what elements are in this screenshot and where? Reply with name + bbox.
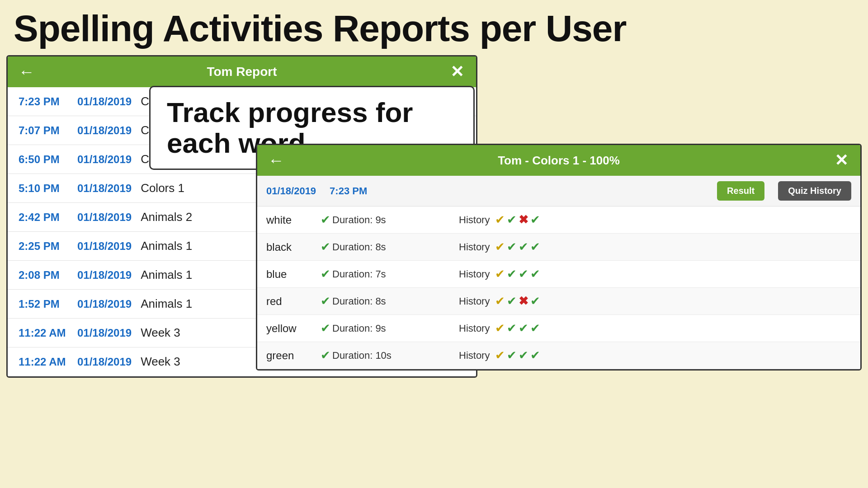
report-quiz-name: Colors 1	[141, 181, 184, 195]
word-correct-icon: ✔	[321, 348, 330, 362]
word-row: blue ✔ Duration: 7s History ✔✔✔✔	[257, 261, 860, 288]
history-icons: ✔✔✔✔	[495, 348, 540, 362]
word-row: green ✔ Duration: 10s History ✔✔✔✔	[257, 342, 860, 369]
history-gold-check-icon: ✔	[495, 267, 505, 281]
word-detail-title: Tom - Colors 1 - 100%	[287, 154, 830, 168]
word-duration: Duration: 8s	[332, 241, 423, 253]
report-time: 2:08 PM	[19, 269, 68, 282]
word-detail-back-button[interactable]: ←	[265, 150, 287, 171]
back-arrow-icon-2: ←	[268, 151, 284, 170]
report-time: 6:50 PM	[19, 153, 68, 166]
history-icons: ✔✔✔✔	[495, 267, 540, 281]
report-time: 2:42 PM	[19, 211, 68, 224]
report-date: 01/18/2019	[77, 240, 132, 253]
history-label: History	[459, 296, 495, 307]
word-row: red ✔ Duration: 8s History ✔✔✖✔	[257, 288, 860, 315]
tom-report-close-button[interactable]: ✕	[446, 61, 468, 83]
back-arrow-icon: ←	[19, 62, 35, 81]
close-icon-2: ✕	[835, 151, 848, 170]
report-date: 01/18/2019	[77, 298, 132, 310]
report-quiz-name: Animals 2	[141, 210, 192, 224]
history-gold-check-icon: ✔	[495, 321, 505, 335]
history-gold-check-icon: ✔	[495, 348, 505, 362]
history-green-check-icon: ✔	[530, 213, 540, 227]
word-correct-icon: ✔	[321, 240, 330, 254]
report-time: 11:22 AM	[19, 327, 68, 339]
word-row: yellow ✔ Duration: 9s History ✔✔✔✔	[257, 315, 860, 342]
report-quiz-name: Animals 1	[141, 268, 192, 282]
word-detail-header: ← Tom - Colors 1 - 100% ✕	[257, 145, 860, 176]
history-green-check-icon: ✔	[530, 321, 540, 335]
word-correct-icon: ✔	[321, 213, 330, 227]
report-time: 2:25 PM	[19, 240, 68, 253]
page-title: Spelling Activities Reports per User	[0, 0, 868, 53]
word-duration: Duration: 10s	[332, 350, 423, 361]
word-name: red	[266, 295, 321, 308]
history-icons: ✔✔✖✔	[495, 294, 540, 308]
history-green-check-icon: ✔	[519, 348, 528, 362]
history-green-check-icon: ✔	[507, 348, 517, 362]
word-row: white ✔ Duration: 9s History ✔✔✖✔	[257, 206, 860, 234]
history-green-check-icon: ✔	[530, 240, 540, 254]
history-label: History	[459, 350, 495, 361]
history-icons: ✔✔✖✔	[495, 213, 540, 227]
word-correct-icon: ✔	[321, 267, 330, 281]
quiz-history-button[interactable]: Quiz History	[778, 181, 851, 201]
report-date: 01/18/2019	[77, 269, 132, 282]
word-duration: Duration: 7s	[332, 268, 423, 280]
history-red-cross-icon: ✖	[519, 213, 528, 227]
report-date: 01/18/2019	[77, 182, 132, 195]
history-icons: ✔✔✔✔	[495, 321, 540, 335]
word-correct-icon: ✔	[321, 321, 330, 335]
history-gold-check-icon: ✔	[495, 240, 505, 254]
history-green-check-icon: ✔	[507, 321, 517, 335]
word-duration: Duration: 9s	[332, 323, 423, 334]
word-duration: Duration: 8s	[332, 296, 423, 307]
report-time: 7:23 PM	[19, 95, 68, 108]
detail-time: 7:23 PM	[330, 185, 367, 197]
history-gold-check-icon: ✔	[495, 213, 505, 227]
history-green-check-icon: ✔	[507, 267, 517, 281]
history-green-check-icon: ✔	[530, 294, 540, 308]
history-green-check-icon: ✔	[507, 294, 517, 308]
report-date: 01/18/2019	[77, 95, 132, 108]
report-time: 1:52 PM	[19, 298, 68, 310]
history-label: History	[459, 214, 495, 226]
word-name: green	[266, 349, 321, 362]
detail-date: 01/18/2019	[266, 185, 316, 197]
report-quiz-name: Week 3	[141, 355, 180, 369]
report-time: 11:22 AM	[19, 356, 68, 368]
report-quiz-name: Animals 1	[141, 239, 192, 253]
history-icons: ✔✔✔✔	[495, 240, 540, 254]
tom-report-header: ← Tom Report ✕	[8, 56, 476, 87]
history-label: History	[459, 241, 495, 253]
word-duration: Duration: 9s	[332, 214, 423, 226]
report-quiz-name: Animals 1	[141, 297, 192, 311]
report-time: 5:10 PM	[19, 182, 68, 195]
report-date: 01/18/2019	[77, 327, 132, 339]
report-date: 01/18/2019	[77, 124, 132, 137]
result-button[interactable]: Result	[717, 181, 764, 201]
close-icon: ✕	[450, 62, 464, 81]
report-date: 01/18/2019	[77, 356, 132, 368]
history-red-cross-icon: ✖	[519, 294, 528, 308]
history-green-check-icon: ✔	[519, 240, 528, 254]
word-rows: white ✔ Duration: 9s History ✔✔✖✔ black …	[257, 206, 860, 369]
word-name: yellow	[266, 322, 321, 335]
report-time: 7:07 PM	[19, 124, 68, 137]
report-quiz-name: Week 3	[141, 326, 180, 340]
word-detail-close-button[interactable]: ✕	[830, 150, 852, 171]
word-name: white	[266, 214, 321, 226]
history-green-check-icon: ✔	[530, 267, 540, 281]
tom-report-back-button[interactable]: ←	[16, 61, 38, 83]
word-detail-panel: ← Tom - Colors 1 - 100% ✕ 01/18/2019 7:2…	[256, 144, 862, 371]
history-gold-check-icon: ✔	[495, 294, 505, 308]
word-name: black	[266, 241, 321, 253]
report-date: 01/18/2019	[77, 153, 132, 166]
history-green-check-icon: ✔	[507, 213, 517, 227]
word-name: blue	[266, 268, 321, 281]
tom-report-title: Tom Report	[38, 65, 446, 79]
word-row: black ✔ Duration: 8s History ✔✔✔✔	[257, 234, 860, 261]
history-label: History	[459, 268, 495, 280]
history-green-check-icon: ✔	[530, 348, 540, 362]
